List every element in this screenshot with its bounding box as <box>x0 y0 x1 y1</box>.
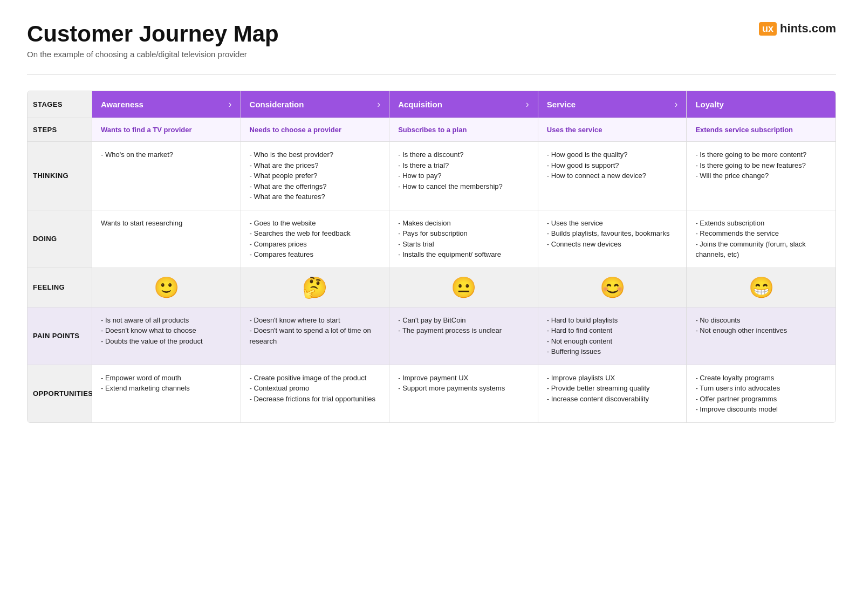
journey-map: STAGES Awareness › Consideration › Acqui… <box>27 91 836 423</box>
step-consideration: Needs to choose a provider <box>241 118 390 142</box>
pain-service: - Hard to build playlists - Hard to find… <box>538 307 687 365</box>
step-service: Uses the service <box>538 118 687 142</box>
feeling-service: 😊 <box>538 268 687 307</box>
logo: ux hints.com <box>759 22 836 36</box>
feeling-acquisition: 😐 <box>389 268 538 307</box>
stages-label: STAGES <box>28 91 92 118</box>
opp-consideration: - Create positive image of the product -… <box>241 365 390 422</box>
doing-label: DOING <box>28 210 92 268</box>
page-subtitle: On the example of choosing a cable/digit… <box>27 50 279 59</box>
stage-loyalty-label: Loyalty <box>695 100 724 109</box>
step-acquisition: Subscribes to a plan <box>389 118 538 142</box>
stage-acquisition-label: Acquisition <box>398 100 442 109</box>
stage-awareness-arrow: › <box>229 99 232 110</box>
doing-service: - Uses the service - Builds playlists, f… <box>538 210 687 268</box>
opp-loyalty: - Create loyalty programs - Turn users i… <box>687 365 835 422</box>
pain-awareness: - Is not aware of all products - Doesn't… <box>92 307 241 365</box>
stage-consideration: Consideration › <box>241 91 390 118</box>
doing-awareness: Wants to start researching <box>92 210 241 268</box>
step-awareness: Wants to find a TV provider <box>92 118 241 142</box>
doing-consideration: - Goes to the website - Searches the web… <box>241 210 390 268</box>
thinking-acquisition: - Is there a discount? - Is there a tria… <box>389 142 538 210</box>
feeling-awareness: 🙂 <box>92 268 241 307</box>
steps-label: STEPS <box>28 118 92 142</box>
thinking-awareness: - Who's on the market? <box>92 142 241 210</box>
thinking-consideration: - Who is the best provider? - What are t… <box>241 142 390 210</box>
stage-consideration-label: Consideration <box>250 100 304 109</box>
page-header: Customer Journey Map On the example of c… <box>27 22 836 64</box>
opp-awareness: - Empower word of mouth - Extend marketi… <box>92 365 241 422</box>
pain-acquisition: - Can't pay by BitCoin - The payment pro… <box>389 307 538 365</box>
stage-awareness-label: Awareness <box>101 100 143 109</box>
stage-service-label: Service <box>547 100 576 109</box>
opp-acquisition: - Improve payment UX - Support more paym… <box>389 365 538 422</box>
page-title: Customer Journey Map <box>27 22 279 46</box>
doing-loyalty: - Extends subscription - Recommends the … <box>687 210 835 268</box>
logo-text: hints.com <box>780 22 836 36</box>
stage-loyalty: Loyalty <box>687 91 835 118</box>
feeling-consideration: 🤔 <box>241 268 390 307</box>
pain-consideration: - Doesn't know where to start - Doesn't … <box>241 307 390 365</box>
thinking-service: - How good is the quality? - How good is… <box>538 142 687 210</box>
thinking-loyalty: - Is there going to be more content? - I… <box>687 142 835 210</box>
stage-awareness: Awareness › <box>92 91 241 118</box>
stage-service-arrow: › <box>674 99 677 110</box>
stage-acquisition-arrow: › <box>526 99 529 110</box>
feeling-loyalty: 😁 <box>687 268 835 307</box>
doing-acquisition: - Makes decision - Pays for subscription… <box>389 210 538 268</box>
pain-loyalty: - No discounts - Not enough other incent… <box>687 307 835 365</box>
stage-acquisition: Acquisition › <box>389 91 538 118</box>
opp-service: - Improve playlists UX - Provide better … <box>538 365 687 422</box>
feeling-label: FEELING <box>28 268 92 307</box>
logo-ux: ux <box>759 22 777 36</box>
divider <box>27 74 836 74</box>
step-loyalty: Extends service subscription <box>687 118 835 142</box>
header-text: Customer Journey Map On the example of c… <box>27 22 279 59</box>
opportunities-label: OPPORTUNITIES <box>28 365 92 422</box>
stage-consideration-arrow: › <box>377 99 380 110</box>
stage-service: Service › <box>538 91 687 118</box>
pain-points-label: PAIN POINTS <box>28 307 92 365</box>
thinking-label: THINKING <box>28 142 92 210</box>
